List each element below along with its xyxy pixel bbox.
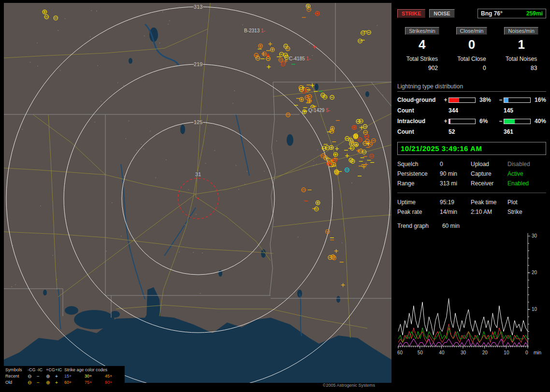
- plus-sign: +: [443, 118, 449, 125]
- ic-plus-pct: 6%: [478, 118, 498, 125]
- total-close-label: Total Close: [457, 56, 486, 62]
- svg-text:0: 0: [525, 350, 528, 355]
- legend-symbol-glyph: +: [55, 379, 64, 386]
- noises-per-min-value: 1: [518, 37, 524, 52]
- legend-age-value: 15+: [64, 373, 85, 379]
- trend-series-total-strikes: [398, 298, 528, 335]
- count-label: Count: [397, 128, 443, 135]
- cg-plus-bar: [449, 98, 476, 103]
- settings-label: Range: [397, 179, 440, 188]
- total-strikes-value: 902: [406, 65, 438, 71]
- noises-per-min-box[interactable]: Noises/min: [504, 27, 538, 35]
- close-per-min-column: Close/min 0 Total Close 0: [447, 27, 497, 71]
- legend-age-header: Strike age color codes: [64, 367, 125, 373]
- svg-text:10: 10: [504, 350, 509, 355]
- status-label: Uptime: [397, 197, 440, 207]
- settings-status: Disabled: [507, 159, 545, 169]
- svg-text:20: 20: [482, 350, 488, 355]
- strike-toggle-button[interactable]: STRIKE: [397, 9, 425, 18]
- settings-value: 313 mi: [440, 179, 471, 188]
- total-close-value: 0: [457, 65, 486, 71]
- cg-plus-count: 344: [449, 107, 478, 114]
- settings-label: Receiver: [471, 179, 507, 188]
- storm-cell-label: B-2313 1-: [244, 28, 265, 33]
- legend-age-value: 60+: [64, 379, 85, 386]
- status-label: Peak time: [471, 197, 507, 207]
- trend-series-intracloud: [398, 328, 528, 342]
- storm-cell-label: C-4185 1-: [289, 56, 310, 61]
- ic-minus-count: 361: [504, 128, 533, 135]
- legend-symbol-glyph: −: [37, 373, 46, 379]
- cg-minus-pct: 16%: [533, 97, 546, 103]
- total-noises-value: 83: [506, 65, 537, 71]
- legend-symbol-glyph: +: [55, 373, 64, 379]
- legend-symbol-glyph: −: [37, 379, 46, 386]
- settings-value: 90 min: [440, 169, 471, 179]
- svg-text:40: 40: [439, 350, 445, 355]
- bearing-distance-readout: Bng 76° 259mi: [478, 9, 546, 18]
- total-strikes-label: Total Strikes: [406, 56, 438, 62]
- svg-text:10: 10: [532, 307, 537, 312]
- distribution-table: Cloud-ground + 38% − 16% Count 344 145 I…: [397, 97, 546, 135]
- legend-header: -CG: [28, 367, 37, 373]
- strikes-per-min-box[interactable]: Strikes/min: [405, 27, 439, 35]
- rates-row: Strikes/min 4 Total Strikes 902 Close/mi…: [397, 27, 546, 71]
- map-canvas[interactable]: 31321912531 B-2313 1-C-4185 1-Q-1429 5-: [4, 3, 391, 388]
- settings-status: Enabled: [507, 179, 545, 188]
- map-area: 31321912531 B-2313 1-C-4185 1-Q-1429 5- …: [4, 3, 391, 388]
- strikes-per-min-value: 4: [419, 37, 425, 52]
- noise-toggle-button[interactable]: NOISE: [429, 9, 454, 18]
- legend-symbol-glyph: ⊕: [46, 379, 55, 386]
- status-label: Peak rate: [397, 207, 440, 217]
- ic-plus-bar: [449, 119, 476, 124]
- legend-symbol-glyph: ⊕: [46, 373, 55, 379]
- status-label: Plot: [507, 197, 545, 207]
- minus-sign: −: [498, 97, 504, 103]
- settings-label: Persistence: [397, 169, 440, 179]
- distance-value: 259mi: [526, 10, 543, 17]
- strike-legend: Symbols-CG-IC+CG+ICStrike age color code…: [4, 366, 125, 387]
- total-noises-label: Total Noises: [506, 56, 537, 62]
- close-per-min-box[interactable]: Close/min: [456, 27, 488, 35]
- app-screen: 31321912531 B-2313 1-C-4185 1-Q-1429 5- …: [0, 0, 550, 392]
- legend-row-label: Recent: [5, 373, 28, 379]
- legend-symbol-glyph: ⊖: [28, 373, 37, 379]
- legend-symbol-glyph: ⊖: [28, 379, 37, 386]
- legend-age-value: 90+: [105, 379, 125, 386]
- trend-chart: 1020306050403020100min: [397, 232, 546, 357]
- range-ring-label: 219: [194, 61, 203, 67]
- status-value: 95:19: [440, 197, 471, 207]
- legend-header: +IC: [55, 367, 64, 373]
- storm-cell-label: Q-1429 5-: [308, 108, 330, 113]
- strikes-per-min-column: Strikes/min 4 Total Strikes 902: [397, 27, 447, 71]
- noises-per-min-column: Noises/min 1 Total Noises 83: [496, 27, 546, 71]
- ic-plus-count: 52: [449, 128, 478, 135]
- ic-minus-bar: [504, 119, 531, 124]
- cg-minus-count: 145: [504, 107, 533, 114]
- receiver-location-marker: [197, 197, 199, 199]
- legend-age-value: 30+: [85, 373, 105, 379]
- separator: [397, 193, 546, 193]
- close-per-min-value: 0: [468, 37, 475, 52]
- svg-text:30: 30: [532, 233, 537, 238]
- legend-header: -IC: [37, 367, 46, 373]
- trend-series-group: [398, 298, 528, 346]
- trend-graph-window: 60 min: [442, 223, 460, 229]
- status-value: 14/min: [440, 207, 471, 217]
- datetime-display: 10/21/2025 3:49:16 AM: [397, 142, 546, 155]
- settings-status: Active: [507, 169, 545, 179]
- intracloud-label: Intracloud: [397, 118, 443, 125]
- trend-graph-label: Trend graph: [397, 223, 429, 229]
- panel-header: STRIKE NOISE Bng 76° 259mi: [397, 9, 546, 18]
- svg-text:20: 20: [532, 270, 537, 275]
- range-ring-label: 125: [194, 119, 203, 125]
- plus-sign: +: [443, 97, 449, 103]
- distribution-title: Lightning type distribution: [397, 83, 546, 92]
- status-panel: STRIKE NOISE Bng 76° 259mi Strikes/min 4…: [395, 3, 547, 389]
- copyright-text: ©2005 Astrogenic Systems: [319, 383, 379, 388]
- bearing-value: Bng 76°: [481, 10, 503, 17]
- legend-header: Symbols: [5, 367, 28, 373]
- status-value: Strike: [507, 207, 545, 217]
- range-ring-label: 313: [194, 4, 203, 10]
- count-label: Count: [397, 107, 443, 114]
